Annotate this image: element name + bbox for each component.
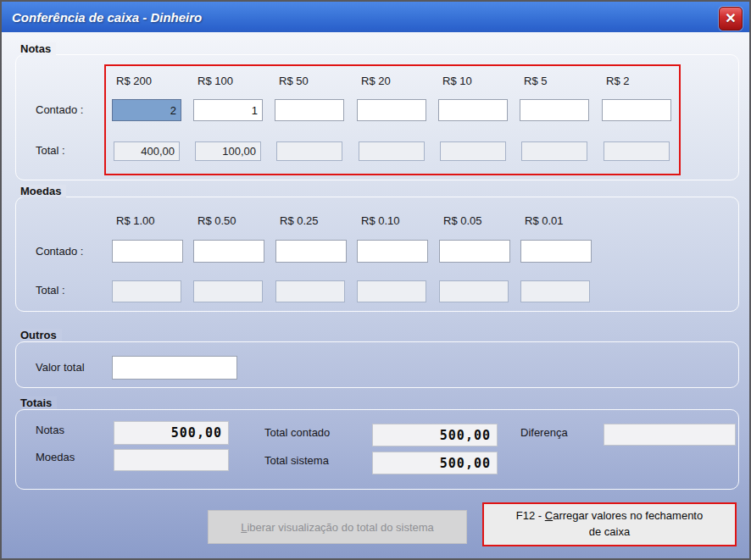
moedas-total-100-field	[112, 280, 181, 302]
notas-contado-50-input[interactable]	[275, 99, 344, 121]
dialog-window: Conferência de caixa - Dinheiro ✕ Notas …	[0, 0, 751, 560]
diferenca-label: Diferença	[520, 426, 568, 439]
notas-contado-2-input[interactable]	[602, 99, 671, 121]
f12-carregar-valores-button[interactable]: F12 - Carregar valores no fechamento de …	[482, 502, 737, 546]
notas-contado-100-input[interactable]	[193, 99, 263, 121]
moedas-total-label: Total :	[36, 284, 65, 297]
moedas-total-005-field	[439, 280, 509, 302]
notas-header-50: R$ 50	[275, 75, 309, 87]
close-icon: ✕	[725, 12, 736, 25]
moedas-header-001: R$ 0.01	[520, 214, 564, 227]
notas-total-50-field	[276, 141, 342, 161]
moedas-header-100: R$ 1.00	[112, 214, 155, 227]
totais-moedas-label: Moedas	[36, 451, 75, 463]
notas-header-5: R$ 5	[520, 75, 547, 87]
notas-total-20-field	[359, 141, 425, 161]
notas-total-label: Total :	[36, 144, 65, 157]
totais-notas-field	[114, 421, 229, 445]
total-contado-label: Total contado	[264, 426, 330, 439]
totais-legend: Totais	[20, 396, 57, 409]
notas-contado-label: Contado :	[36, 103, 83, 116]
f12-rest: arregar valores no fechamento	[553, 509, 703, 522]
moedas-header-050: R$ 0.50	[193, 214, 236, 227]
moedas-contado-025-input[interactable]	[275, 240, 347, 263]
total-sistema-field	[372, 452, 498, 474]
valor-total-label: Valor total	[36, 361, 85, 374]
moedas-contado-001-input[interactable]	[520, 240, 592, 263]
totais-notas-label: Notas	[36, 424, 64, 436]
totais-moedas-field	[114, 449, 229, 471]
moedas-contado-005-input[interactable]	[439, 240, 510, 263]
notas-header-10: R$ 10	[438, 75, 472, 87]
notas-contado-20-input[interactable]	[357, 99, 426, 121]
window-title: Conferência de caixa - Dinheiro	[2, 10, 202, 25]
moedas-header-010: R$ 0.10	[357, 214, 400, 227]
total-sistema-label: Total sistema	[264, 454, 329, 467]
diferenca-field	[604, 424, 736, 446]
total-contado-field	[372, 424, 498, 446]
moedas-contado-050-input[interactable]	[193, 240, 264, 263]
notas-total-100-field	[195, 141, 261, 161]
valor-total-input[interactable]	[112, 356, 237, 380]
notas-contado-5-input[interactable]	[520, 99, 589, 121]
close-button[interactable]: ✕	[719, 7, 743, 30]
notas-contado-10-input[interactable]	[438, 99, 508, 121]
liberar-label-rest: iberar visualização do total do sistema	[247, 521, 433, 534]
moedas-header-025: R$ 0.25	[275, 214, 319, 227]
moedas-total-001-field	[520, 280, 590, 302]
f12-prefix: F12 -	[516, 509, 545, 522]
notas-header-200: R$ 200	[112, 75, 152, 87]
moedas-total-025-field	[275, 280, 345, 302]
moedas-contado-label: Contado :	[36, 245, 83, 258]
notas-total-2-field	[604, 141, 670, 161]
outros-legend: Outros	[20, 329, 62, 341]
f12-label-line1: F12 - Carregar valores no fechamento	[516, 508, 703, 524]
notas-contado-200-input[interactable]	[112, 99, 181, 121]
notas-total-10-field	[440, 141, 506, 161]
f12-underline-letter: C	[545, 509, 553, 522]
moedas-total-010-field	[357, 280, 426, 302]
notas-header-20: R$ 20	[357, 75, 391, 87]
notas-header-2: R$ 2	[602, 75, 629, 87]
titlebar: Conferência de caixa - Dinheiro	[2, 2, 749, 32]
notas-total-200-field	[114, 141, 180, 161]
notas-total-5-field	[521, 141, 587, 161]
moedas-header-005: R$ 0.05	[439, 214, 482, 227]
moedas-legend: Moedas	[20, 185, 66, 197]
liberar-visualizacao-button[interactable]: Liberar visualização do total do sistema	[208, 510, 467, 544]
moedas-contado-100-input[interactable]	[112, 240, 183, 263]
f12-label-line2: de caixa	[589, 524, 630, 541]
notas-legend: Notas	[20, 42, 56, 55]
dialog-body: Notas R$ 200 R$ 100 R$ 50 R$ 20 R$ 10 R$…	[2, 32, 749, 558]
moedas-contado-010-input[interactable]	[357, 240, 428, 263]
notas-header-100: R$ 100	[193, 75, 233, 87]
moedas-total-050-field	[193, 280, 263, 302]
